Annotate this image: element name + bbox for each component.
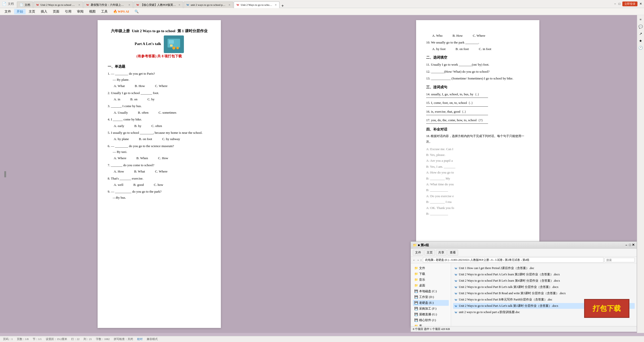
add-tab-button[interactable]: + xyxy=(280,4,285,8)
q4-options: A. early B. by C. often xyxy=(114,123,211,129)
fm-sidebar-drive-g[interactable]: 💾 屋檐直播 (G:) xyxy=(413,312,449,317)
fm-sidebar-desktop[interactable]: 📁 桌面 xyxy=(413,283,449,288)
q1-options: A. What B. How C. Where xyxy=(114,83,211,89)
menu-home[interactable]: 开始 xyxy=(14,9,26,14)
login-btn[interactable]: 立即登录 xyxy=(622,2,637,6)
fm-minimize[interactable]: － xyxy=(625,243,628,247)
fm-file-0[interactable]: W Unit 1 How can I get there Period 2课后作… xyxy=(453,265,635,271)
q6-opt-c: C. How xyxy=(158,155,168,161)
tab4-close[interactable]: ✕ xyxy=(178,4,180,6)
fm-sidebar-drive-j[interactable]: 💾 桃心软件 (J:) xyxy=(413,317,449,323)
tab-unit2-ways-active[interactable]: W Unit 2 Ways to go to scho… ✕ xyxy=(234,2,279,8)
fm-search[interactable] xyxy=(605,258,635,262)
tab-core[interactable]: W 【核心突破】人教PEP版英语六年… ✕ xyxy=(134,2,183,8)
q7-text: _______ do you come to school? xyxy=(111,163,154,167)
menu-vip[interactable]: 工具 xyxy=(99,9,110,14)
minimize-btn[interactable]: － xyxy=(614,2,617,6)
question-4: 4. I ______ come by bike. A. early B. by… xyxy=(108,116,211,129)
menu-reference[interactable]: 页面 xyxy=(50,9,62,14)
right-doc-panel: A. Who B. How C. Where 10. We usually go… xyxy=(318,15,637,333)
tab-unit2-lowercase[interactable]: W unit 2 ways to go to school part … ✕ xyxy=(184,2,233,8)
fm-maximize[interactable]: □ xyxy=(629,243,631,247)
fm-sidebar-drive-c[interactable]: 💾 本地磁盘 (C:) xyxy=(413,288,449,294)
fm-tab-share[interactable]: 共享 xyxy=(436,250,447,255)
fm-tab-home[interactable]: 主页 xyxy=(424,250,435,255)
up-icon[interactable]: ↑ xyxy=(420,259,422,262)
fm-title: ■ 第4组 xyxy=(418,243,429,247)
sidebar-desktop-label: 桌面 xyxy=(419,283,425,288)
tab3-label: 暑假预习作业：六年级上册人教PE… xyxy=(91,3,126,7)
menu-page[interactable]: 插入 xyxy=(38,9,50,14)
question-2: 2. Usually I go to school _______ foot. … xyxy=(108,90,211,102)
fm-sidebar-drive-f[interactable]: 💾 采购加工 (F:) xyxy=(413,306,449,312)
left-scroll-bar[interactable]: ▐ xyxy=(3,171,6,177)
menu-view[interactable]: 审阅 xyxy=(74,9,86,14)
fm-file-3[interactable]: W Unit 2 Ways to go to school Part B Let… xyxy=(453,284,635,290)
tab6-close[interactable]: ✕ xyxy=(275,4,277,6)
tab-doc[interactable]: 📄 文档 xyxy=(17,2,33,8)
fm-sidebar-file[interactable]: 📁 文件 xyxy=(413,265,449,271)
tab6-label: Unit 2 Ways to go to scho… xyxy=(241,3,272,6)
sidebar-drive-d-label: 工作室 (D:) xyxy=(419,295,434,299)
download-folder-icon: 📁 xyxy=(414,272,418,276)
fm-tab-view[interactable]: 查看 xyxy=(448,250,458,255)
q7-opt-c: C. Where xyxy=(155,168,168,174)
status-check[interactable]: 校对 xyxy=(137,337,143,341)
tab5-close[interactable]: ✕ xyxy=(228,4,230,6)
maximize-btn[interactable]: □ xyxy=(619,2,620,6)
q2-text: Usually I go to school _______ foot. xyxy=(111,91,159,95)
q6-opt-a: A. Where xyxy=(114,155,126,161)
fm-sidebar-music[interactable]: 📁 音乐 xyxy=(413,277,449,283)
sidebar-history-icon[interactable]: 🕐 xyxy=(638,45,643,50)
fm-sidebar-library[interactable]: 📁 库 xyxy=(413,323,449,326)
fm-close[interactable]: ✕ xyxy=(632,243,635,247)
menu-tools[interactable]: 视图 xyxy=(87,9,98,14)
q2-opt-a: A. in xyxy=(114,96,120,102)
fm-file-1[interactable]: W Unit 2 Ways to go to school Part A Let… xyxy=(453,272,635,277)
tab3-close[interactable]: ✕ xyxy=(128,4,130,6)
sidebar-drive-g-label: 屋檐直播 (G:) xyxy=(419,312,437,317)
fm-tab-file[interactable]: 文件 xyxy=(413,250,423,255)
q6-sub: — By taxi. xyxy=(113,149,211,155)
fm-sidebar-drive-d[interactable]: 💾 工作室 (D:) xyxy=(413,294,449,300)
fm-sidebar-download[interactable]: 📁 下载 xyxy=(413,271,449,277)
tab-unit2-part[interactable]: W Unit 2 Ways to go to school Part … ✕ xyxy=(33,2,83,8)
wps-icon: 🔥 xyxy=(113,10,117,14)
sidebar-expand-icon[interactable]: ≡ xyxy=(638,17,643,22)
file1-word-icon: W xyxy=(455,273,457,276)
q7-opt-b: B. What xyxy=(134,168,145,174)
search-icon[interactable]: 🔍 xyxy=(132,9,141,14)
file7-name: unit 2 ways to go to school part a 阶段训练册… xyxy=(459,310,520,314)
q18-b4: B: ___________ xyxy=(426,187,529,193)
unit-label: Unit 2 Ways to go to school xyxy=(132,29,175,33)
fm-sidebar-drive-e[interactable]: 💾 老硬盘 (E:) xyxy=(413,300,449,306)
tab-summer[interactable]: W 暑假预习作业：六年级上册人教PE… ✕ xyxy=(84,2,133,8)
question-10: 10. We usually go to the park ________. … xyxy=(426,39,529,52)
menu-insert[interactable]: 主页 xyxy=(26,9,38,14)
q10-options: A. by foot B. on foot C. in foot xyxy=(432,46,529,52)
q18-a2: A: Are you a pupil a xyxy=(426,158,529,163)
tab2-close[interactable]: ✕ xyxy=(78,4,80,6)
q18-a5: A: Do you exercise e xyxy=(426,193,529,199)
q6-options: A. Where B. When C. How xyxy=(114,155,211,161)
download-banner[interactable]: 打包下载 xyxy=(584,299,629,318)
fm-file-4[interactable]: W Unit 2 Ways to go to school Part B Rea… xyxy=(453,290,635,296)
file0-word-icon: W xyxy=(455,267,457,270)
sidebar-star-icon[interactable]: ★ xyxy=(638,38,643,43)
fm-path-text[interactable]: 此电脑 › 老硬盘 (E:) › 0.001-20231021-人教版PEP上册… xyxy=(423,257,604,263)
sidebar-share-icon[interactable]: ↗ xyxy=(638,31,643,36)
tab2-label: Unit 2 Ways to go to school Part … xyxy=(41,3,76,6)
fm-file-2[interactable]: W Unit 2 Ways to go to school Part B Let… xyxy=(453,278,635,284)
menu-review[interactable]: 引用 xyxy=(62,9,74,14)
sidebar-comment-icon[interactable]: 💬 xyxy=(638,24,643,29)
wps-ai-btn[interactable]: 🔥 WPS AI xyxy=(111,9,132,14)
question-13: 13. ____________ (Sometime/ Sometimes) I… xyxy=(426,75,529,81)
close-btn[interactable]: ✕ xyxy=(639,2,642,6)
menubar: 文件 开始 主页 插入 页面 引用 审阅 视图 工具 🔥 WPS AI 🔍 xyxy=(0,8,644,15)
menu-file[interactable]: 文件 xyxy=(2,9,14,14)
q8-num: 8. xyxy=(108,177,110,180)
question-9: 9. — __________ do you go to the park? —… xyxy=(108,189,211,200)
q4-num: 4. xyxy=(108,117,110,121)
forward-icon[interactable]: → xyxy=(417,259,419,262)
back-icon[interactable]: ← xyxy=(413,259,416,262)
